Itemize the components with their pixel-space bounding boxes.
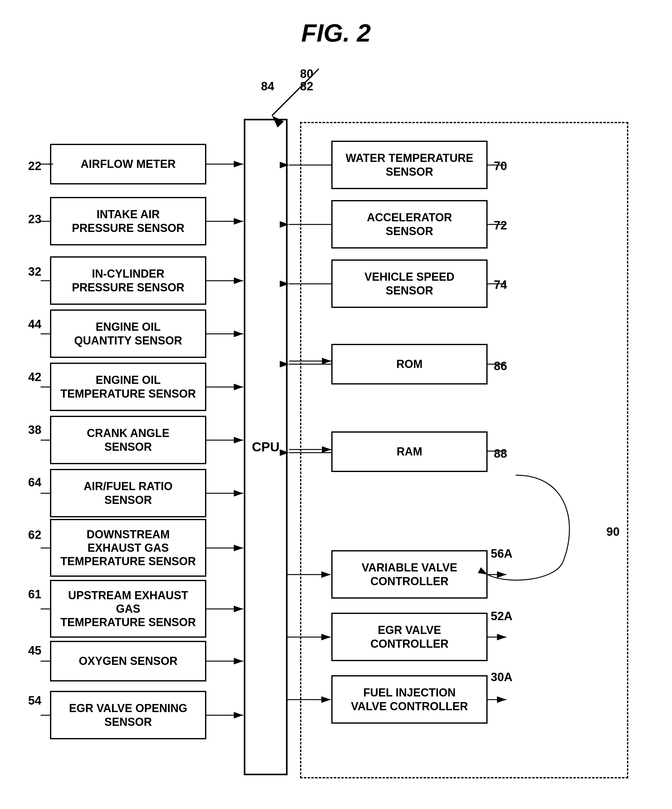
- ref-70: 70: [494, 159, 507, 173]
- ref-38: 38: [28, 423, 41, 437]
- in-cylinder-pressure-sensor-box: IN-CYLINDER PRESSURE SENSOR: [50, 256, 206, 305]
- ref-22: 22: [28, 159, 41, 173]
- air-fuel-ratio-sensor-box: AIR/FUEL RATIO SENSOR: [50, 469, 206, 517]
- rom-box: ROM: [331, 344, 488, 384]
- ref-54: 54: [28, 694, 41, 707]
- ref-23: 23: [28, 213, 41, 226]
- egr-valve-controller-box: EGR VALVE CONTROLLER: [331, 613, 488, 661]
- downstream-exhaust-gas-temp-sensor-box: DOWNSTREAM EXHAUST GAS TEMPERATURE SENSO…: [50, 519, 206, 577]
- fuel-injection-valve-controller-box: FUEL INJECTION VALVE CONTROLLER: [331, 675, 488, 723]
- intake-air-pressure-sensor-box: INTAKE AIR PRESSURE SENSOR: [50, 197, 206, 245]
- vehicle-speed-sensor-box: VEHICLE SPEED SENSOR: [331, 259, 488, 308]
- cpu-bar: CPU: [244, 119, 288, 775]
- ref-86: 86: [494, 359, 507, 373]
- ref-64: 64: [28, 476, 41, 489]
- upstream-exhaust-gas-temp-sensor-box: UPSTREAM EXHAUST GAS TEMPERATURE SENSOR: [50, 580, 206, 638]
- ref-88: 88: [494, 447, 507, 460]
- ref-72: 72: [494, 219, 507, 232]
- ref-90: 90: [607, 525, 620, 539]
- engine-oil-temperature-sensor-box: ENGINE OIL TEMPERATURE SENSOR: [50, 363, 206, 411]
- ref-56A: 56A: [491, 547, 513, 561]
- ref-62: 62: [28, 528, 41, 542]
- ref-61: 61: [28, 588, 41, 601]
- ref-30A: 30A: [491, 671, 513, 684]
- water-temperature-sensor-box: WATER TEMPERATURE SENSOR: [331, 141, 488, 189]
- ref-80: 80: [300, 67, 313, 81]
- ref-42: 42: [28, 371, 41, 384]
- figure-title: FIG. 2: [301, 19, 371, 47]
- engine-oil-quantity-sensor-box: ENGINE OIL QUANTITY SENSOR: [50, 309, 206, 358]
- crank-angle-sensor-box: CRANK ANGLE SENSOR: [50, 416, 206, 464]
- ref-82: 82: [300, 80, 313, 93]
- ref-52A: 52A: [491, 609, 513, 623]
- diagram: FIG. 2 22 23 32 44 42 38 64 62 61 45 54 …: [0, 0, 672, 809]
- ref-84: 84: [261, 80, 274, 93]
- egr-valve-opening-sensor-box: EGR VALVE OPENING SENSOR: [50, 691, 206, 739]
- ref-45: 45: [28, 644, 41, 657]
- ram-box: RAM: [331, 431, 488, 472]
- airflow-meter-box: AIRFLOW METER: [50, 144, 206, 185]
- ref-44: 44: [28, 317, 41, 331]
- oxygen-sensor-box: OXYGEN SENSOR: [50, 641, 206, 681]
- accelerator-sensor-box: ACCELERATOR SENSOR: [331, 200, 488, 248]
- ref-74: 74: [494, 278, 507, 292]
- variable-valve-controller-box: VARIABLE VALVE CONTROLLER: [331, 550, 488, 599]
- ref-32: 32: [28, 265, 41, 279]
